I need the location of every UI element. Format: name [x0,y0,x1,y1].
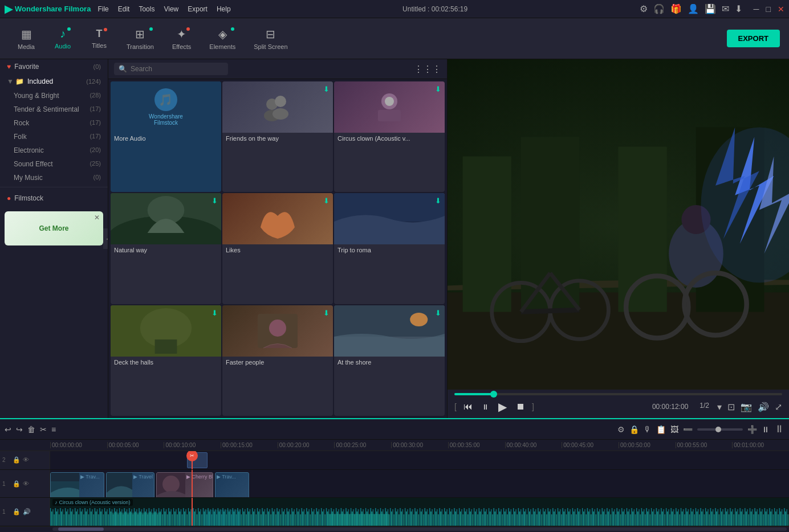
deck-download-icon[interactable]: ⬇ [212,309,218,317]
zoom-out-icon[interactable]: ➖ [683,425,693,434]
fullscreen-icon[interactable]: ⊡ [727,402,735,412]
menu-edit[interactable]: Edit [118,5,130,13]
audio-track-body[interactable]: ♪ Circus clown (Acoustic version) [50,498,789,526]
delete-button[interactable]: 🗑 [27,425,35,434]
menu-help[interactable]: Help [217,5,231,13]
undo-button[interactable]: ↩ [5,425,11,434]
track-1-body[interactable]: ▶ Trav... ▶ Travel 05 [50,470,789,498]
sidebar-included[interactable]: ▼ 📁 Included (124) [0,74,108,89]
scrollbar-track[interactable] [52,527,787,531]
stop-button[interactable]: ⏹ [514,400,527,413]
settings-icon[interactable]: ⚙ [640,3,648,14]
media-card-faster[interactable]: ⬇ Faster people [222,305,333,416]
circus-download-icon[interactable]: ⬇ [435,85,441,93]
headphones-icon[interactable]: 🎧 [653,3,665,14]
image-icon[interactable]: 🖼 [670,425,678,434]
dropdown-arrow-icon[interactable]: ▾ [717,402,722,412]
media-card-deck[interactable]: ⬇ Deck the halls [111,305,221,416]
save-icon[interactable]: 💾 [705,3,716,14]
sidebar-favorite[interactable]: ♥ Favorite (0) [0,59,108,74]
clip-icon[interactable]: 📋 [656,425,666,434]
audio-track-lock-icon[interactable]: 🔒 [13,508,21,515]
scrollbar-thumb[interactable] [58,527,104,531]
zoom-in-icon[interactable]: ➕ [747,425,757,434]
trip-download-icon[interactable]: ⬇ [435,197,441,205]
cut-button[interactable]: ✂ [40,425,47,434]
close-button[interactable]: ✕ [778,5,784,14]
media-card-friends[interactable]: ⬇ Friends on the way [222,81,333,192]
likes-download-icon[interactable]: ⬇ [323,197,330,205]
lock-icon[interactable]: 🔒 [629,425,639,434]
menu-export[interactable]: Export [188,5,208,13]
shore-download-icon[interactable]: ⬇ [435,309,441,317]
sidebar-soundeffect[interactable]: Sound Effect (25) [0,157,108,171]
sidebar-mymusic[interactable]: My Music (0) [0,171,108,185]
natural-download-icon[interactable]: ⬇ [212,197,218,205]
toolbar-audio[interactable]: ♪ Audio [46,24,80,53]
zoom-slider-thumb[interactable] [715,427,721,432]
toolbar-effects[interactable]: ✦ Effects [164,24,199,54]
screenshot-icon[interactable]: 📷 [741,402,752,412]
progress-bar[interactable] [454,393,782,395]
media-card-natural[interactable]: ⬇ Natural way [111,193,221,304]
maximize-button[interactable]: □ [766,5,771,14]
sidebar-electronic[interactable]: Electronic (20) [0,144,108,157]
sidebar-young-bright[interactable]: Young & Bright (28) [0,89,108,103]
toolbar-elements[interactable]: ◈ Elements [201,24,243,54]
in-point-button[interactable]: [ [454,402,457,411]
track-2-lock-icon[interactable]: 🔒 [13,456,21,464]
audio-track-volume-icon[interactable]: 🔊 [23,508,31,515]
gift-icon[interactable]: 🎁 [670,3,682,14]
volume-icon[interactable]: 🔊 [758,402,769,412]
media-card-shore[interactable]: ⬇ At the shore [334,305,445,416]
faster-download-icon[interactable]: ⬇ [323,309,330,317]
filmstock-section[interactable]: ● Filmstock [0,190,108,207]
toolbar-titles[interactable]: T Titles [82,24,116,52]
export-button[interactable]: EXPORT [727,30,780,47]
toolbar-splitscreen[interactable]: ⊟ Split Screen [246,24,295,54]
friends-download-icon[interactable]: ⬇ [323,85,330,93]
mic-icon[interactable]: 🎙 [644,425,652,434]
close-ad-button[interactable]: ✕ [94,214,100,222]
get-more-label[interactable]: Get More [39,224,68,232]
media-card-more-audio[interactable]: 🎵 WondershareFilmstock More Audio [111,81,221,192]
clip-travel-1[interactable]: ▶ Trav... [50,472,104,498]
track-2-body[interactable]: ✂ E [50,451,789,469]
grid-options-icon[interactable]: ⋮⋮⋮ [414,64,441,75]
toolbar-transition[interactable]: ⊞ Transition [119,24,162,54]
play-button[interactable]: ▶ [496,399,509,415]
search-input[interactable] [131,65,223,73]
progress-handle[interactable] [490,391,497,398]
pause-render-icon[interactable]: ⏸ [762,425,770,434]
clip-cherry[interactable]: ▶ Cherry Blossom [156,472,213,498]
zoom-slider-track[interactable] [697,428,743,431]
media-card-trip[interactable]: ⬇ Trip to roma [334,193,445,304]
render-icon[interactable]: ⚙ [617,425,625,434]
user-icon[interactable]: 👤 [688,3,699,14]
clip-travel-2[interactable]: ▶ Travel 05 [106,472,154,498]
track-1-eye-icon[interactable]: 👁 [23,480,29,488]
sidebar-folk[interactable]: Folk (17) [0,130,108,144]
track-1-lock-icon[interactable]: 🔒 [13,480,21,488]
out-point-button[interactable]: ] [532,402,534,411]
download-icon[interactable]: ⬇ [735,3,742,14]
media-card-likes[interactable]: ⬇ Likes [222,193,333,304]
step-back-button[interactable]: ⏸ [479,402,491,412]
menu-file[interactable]: File [97,5,108,13]
redo-button[interactable]: ↪ [16,425,23,434]
mail-icon[interactable]: ✉ [722,3,729,14]
sidebar-rock[interactable]: Rock (17) [0,116,108,130]
sidebar-tender[interactable]: Tender & Sentimental (17) [0,103,108,116]
split-view-icon[interactable]: ⏸ [774,423,784,435]
clip-travel-3[interactable]: ▶ Trav... [215,472,249,498]
sidebar-collapse-button[interactable]: ◀ [103,228,108,249]
minimize-button[interactable]: ─ [754,5,759,14]
toolbar-media[interactable]: ▦ Media [9,24,43,54]
menu-tools[interactable]: Tools [139,5,154,13]
rewind-button[interactable]: ⏮ [461,400,475,413]
settings2-icon[interactable]: ⤢ [775,402,782,412]
menu-view[interactable]: View [164,5,178,13]
adjust-button[interactable]: ≡ [51,425,56,434]
media-card-circus[interactable]: ⬇ Circus clown (Acoustic v... [334,81,445,192]
track-2-eye-icon[interactable]: 👁 [23,456,29,464]
